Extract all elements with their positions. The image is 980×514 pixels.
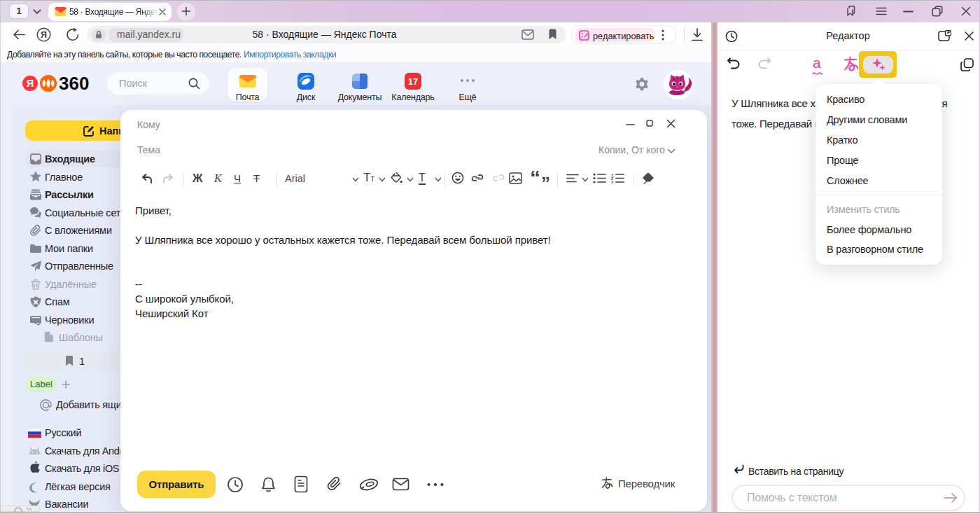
svg-text:Я: Я [27,78,34,89]
svg-text:3: 3 [611,181,613,184]
svg-text:Я: Я [41,30,47,40]
svg-text:17: 17 [408,76,418,87]
